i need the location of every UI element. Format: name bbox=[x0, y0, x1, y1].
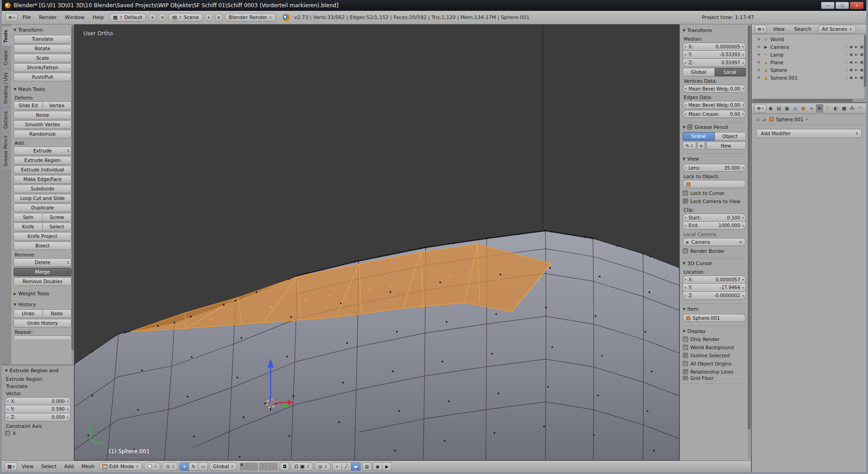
render-engine-dropdown[interactable]: Blender Render ↕ bbox=[225, 13, 276, 22]
lens-field[interactable]: Lens:35.000 bbox=[683, 164, 746, 172]
repeat-last-button[interactable] bbox=[14, 336, 71, 340]
edge-slide-button[interactable]: Slide Ed bbox=[14, 101, 43, 110]
knife-select-button[interactable]: Select bbox=[43, 223, 72, 231]
expand-icon[interactable]: ⊕ bbox=[757, 68, 761, 72]
tab-physics-icon[interactable]: ◠ bbox=[857, 104, 864, 113]
menu-add[interactable]: Add bbox=[61, 464, 77, 469]
vector-x-field[interactable]: X:0.000 bbox=[5, 397, 71, 405]
menu-select[interactable]: Select bbox=[38, 464, 60, 469]
clip-end-field[interactable]: End:1000.000 bbox=[683, 222, 746, 230]
bisect-button[interactable]: Bisect bbox=[14, 242, 71, 250]
tab-world-icon[interactable]: ◎ bbox=[792, 104, 799, 113]
renderable-icon[interactable]: ▦ bbox=[860, 52, 863, 57]
gp-layer-dropdown[interactable]: ✎ ↕ bbox=[683, 142, 696, 150]
shading-dropdown[interactable]: ↕ bbox=[144, 462, 161, 471]
panel-header-item[interactable]: ▼ Item bbox=[683, 305, 746, 313]
global-button[interactable]: Global bbox=[683, 68, 715, 76]
expand-icon[interactable]: ⊕ bbox=[757, 45, 761, 49]
mode-dropdown[interactable]: Edit Mode ↕ bbox=[99, 462, 142, 471]
editor-type-button[interactable]: ≡ ▾ bbox=[755, 25, 767, 33]
cursor-z-field[interactable]: Z:-0.0000002 bbox=[683, 292, 746, 300]
relationship-lines-row[interactable]: ✓ Relationship Lines bbox=[683, 368, 746, 376]
checkbox[interactable]: ✓ bbox=[683, 376, 688, 380]
selectable-icon[interactable]: ► bbox=[855, 52, 858, 57]
vertex-bevel-weight-field[interactable]: Mean Bevel Weig:0.00 bbox=[683, 85, 746, 93]
proportional-edit-dropdown[interactable]: ◎ ↕ bbox=[315, 462, 331, 471]
remove-doubles-button[interactable]: Remove Doubles bbox=[14, 277, 71, 286]
menu-file[interactable]: File bbox=[19, 14, 34, 20]
manipulator-translate-button[interactable]: + bbox=[179, 462, 189, 471]
local-button[interactable]: Local bbox=[715, 68, 746, 76]
edge-bevel-weight-field[interactable]: Mean Bevel Weig:0.00 bbox=[683, 101, 746, 109]
outliner-item-name[interactable]: Camera bbox=[770, 44, 844, 50]
expand-icon[interactable]: ⊕ bbox=[757, 37, 761, 41]
scale-button[interactable]: Scale bbox=[14, 54, 71, 62]
panel-header-weight-tools[interactable]: ▶ Weight Tools bbox=[14, 289, 71, 298]
face-select-button[interactable]: ▰ bbox=[351, 462, 361, 471]
n-panel-scrollbar[interactable] bbox=[748, 25, 750, 460]
gp-object-button[interactable]: Object bbox=[715, 132, 746, 141]
push-pull-button[interactable]: Push/Pull bbox=[14, 73, 71, 81]
opengl-render-anim-button[interactable]: ▶ bbox=[382, 462, 392, 471]
toolshelf-tab-grease-pencil[interactable]: Grease Pencil bbox=[2, 133, 11, 170]
tab-material-icon[interactable]: ◐ bbox=[832, 104, 840, 113]
rotate-button[interactable]: Rotate bbox=[14, 44, 71, 53]
selectable-icon[interactable]: ► bbox=[855, 68, 858, 72]
minimize-button[interactable]: — bbox=[821, 2, 835, 9]
outline-selected-row[interactable]: ✓ Outline Selected bbox=[683, 351, 746, 360]
undo-history-button[interactable]: Undo History bbox=[14, 319, 71, 327]
manipulator-rotate-button[interactable]: ↻ bbox=[189, 462, 198, 471]
outliner-display-dropdown[interactable]: All Scenes ↕ bbox=[818, 25, 856, 33]
menu-help[interactable]: Help bbox=[90, 14, 107, 20]
add-scene-button[interactable]: + bbox=[205, 13, 213, 22]
expand-icon[interactable]: ⊕ bbox=[757, 76, 761, 80]
renderable-icon[interactable]: ▦ bbox=[860, 68, 863, 72]
eye-icon[interactable]: ◉ bbox=[849, 45, 853, 49]
make-edge-face-button[interactable]: Make Edge/Face bbox=[14, 175, 71, 184]
panel-header-mesh-tools[interactable]: ▼ Mesh Tools bbox=[14, 85, 71, 93]
merge-dropdown[interactable]: Merge↕ bbox=[14, 268, 71, 276]
limit-to-visible-button[interactable]: ▥ bbox=[362, 462, 372, 471]
vector-y-field[interactable]: Y:0.590 bbox=[5, 405, 71, 413]
median-y-field[interactable]: Y:-0.53393 bbox=[683, 51, 746, 59]
expand-icon[interactable]: ⊕ bbox=[757, 60, 761, 64]
panel-header-n-transform[interactable]: ▼ Transform bbox=[683, 26, 746, 34]
lock-to-cursor-row[interactable]: Lock to Cursor bbox=[683, 189, 746, 197]
lock-camera-row[interactable]: ✓ Lock Camera to View bbox=[683, 197, 746, 205]
tab-constraints-icon[interactable]: ∞ bbox=[808, 104, 815, 113]
undo-button[interactable]: Undo bbox=[14, 309, 43, 318]
snap-widget[interactable]: Ω ▣ ↕ bbox=[291, 462, 313, 471]
eye-icon[interactable]: ◉ bbox=[849, 60, 853, 64]
gp-add-layer-button[interactable]: + bbox=[697, 142, 705, 150]
clear-icon[interactable]: × bbox=[739, 240, 742, 244]
menu-outliner-view[interactable]: View bbox=[770, 26, 788, 32]
extrude-region-button[interactable]: Extrude Region bbox=[14, 156, 71, 165]
maximize-button[interactable]: ▢ bbox=[835, 2, 849, 9]
selectable-icon[interactable]: ► bbox=[855, 76, 858, 80]
vector-z-field[interactable]: Z:0.000 bbox=[5, 413, 71, 422]
editor-type-button[interactable]: ≡ ▾ bbox=[5, 13, 18, 22]
spin-button[interactable]: Spin bbox=[14, 213, 43, 222]
panel-header-grease-pencil[interactable]: ▼ ✓ Grease Pencil bbox=[683, 123, 746, 131]
opengl-render-button[interactable]: ◉ bbox=[373, 462, 382, 471]
renderable-icon[interactable]: ▦ bbox=[860, 45, 863, 49]
delete-dropdown[interactable]: Delete↕ bbox=[14, 258, 71, 267]
tab-render-icon[interactable]: ◉ bbox=[767, 104, 774, 113]
panel-header-3d-cursor[interactable]: ▼ 3D Cursor bbox=[683, 259, 746, 267]
tab-particles-icon[interactable]: ⁂ bbox=[849, 104, 856, 113]
outliner-item-name[interactable]: Sphere.001 bbox=[770, 75, 844, 81]
cursor-x-field[interactable]: X:0.0000057 bbox=[683, 275, 746, 284]
outliner-item-name[interactable]: World bbox=[770, 37, 865, 42]
menu-mesh[interactable]: Mesh bbox=[78, 464, 98, 469]
orientation-dropdown[interactable]: Global ↕ bbox=[209, 462, 237, 471]
layers-group-2[interactable] bbox=[259, 463, 277, 470]
menu-view[interactable]: View bbox=[19, 464, 37, 469]
item-name-field[interactable]: Sphere.001 bbox=[683, 314, 746, 322]
randomize-button[interactable]: Randomize bbox=[14, 130, 71, 138]
outliner-item-name[interactable]: Lamp bbox=[770, 52, 844, 57]
grid-floor-row[interactable]: ✓ Grid Floor bbox=[683, 376, 746, 380]
checkbox[interactable]: ✓ bbox=[683, 369, 688, 374]
tab-texture-icon[interactable]: ▩ bbox=[840, 104, 848, 113]
selectable-icon[interactable]: ► bbox=[855, 60, 858, 64]
add-layout-button[interactable]: + bbox=[148, 13, 156, 22]
